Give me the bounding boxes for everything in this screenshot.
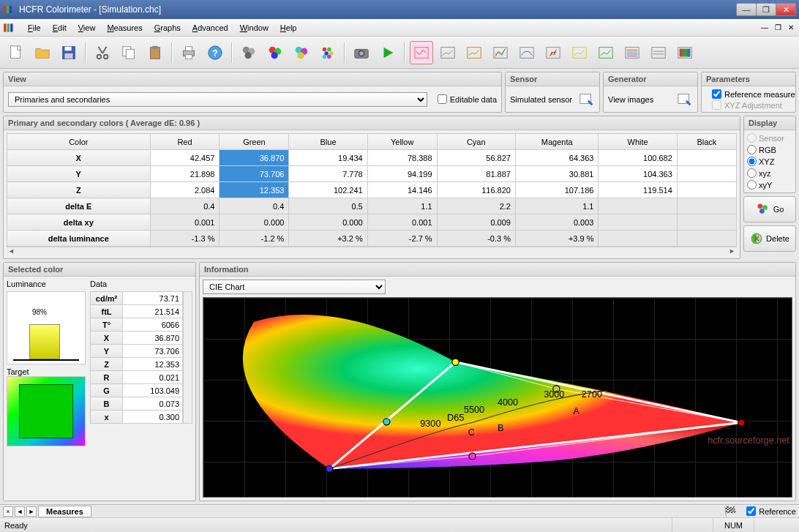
table-cell[interactable]: 0.4 bbox=[150, 198, 220, 214]
table-cell[interactable]: 116.820 bbox=[437, 182, 515, 198]
table-cell[interactable]: 56.827 bbox=[437, 150, 515, 166]
chart-btn-2[interactable] bbox=[436, 41, 459, 64]
row-header[interactable]: delta luminance bbox=[7, 231, 151, 247]
table-cell[interactable]: 94.199 bbox=[367, 166, 437, 182]
chart-btn-6[interactable] bbox=[541, 41, 565, 64]
table-cell[interactable]: -2.7 % bbox=[367, 231, 437, 247]
sc-cell[interactable]: 12.353 bbox=[123, 358, 183, 371]
gray-spheres-icon[interactable] bbox=[237, 41, 260, 64]
table-cell[interactable]: 81.887 bbox=[437, 166, 515, 182]
sc-cell[interactable]: x bbox=[91, 411, 123, 424]
col-header[interactable]: Black bbox=[677, 134, 736, 150]
col-header[interactable]: Magenta bbox=[515, 134, 599, 150]
sc-cell[interactable]: 0.021 bbox=[123, 371, 183, 384]
table-cell[interactable] bbox=[677, 214, 736, 231]
delete-button[interactable]: Delete bbox=[743, 225, 796, 252]
table-cell[interactable]: 0.009 bbox=[437, 214, 515, 231]
rgb-spheres-icon[interactable] bbox=[263, 41, 287, 64]
menu-view[interactable]: View bbox=[72, 22, 102, 34]
table-cell[interactable]: 0.000 bbox=[289, 214, 367, 231]
sensor-config-icon[interactable] bbox=[579, 91, 595, 108]
col-header[interactable]: White bbox=[599, 134, 677, 150]
menu-measures[interactable]: Measures bbox=[101, 22, 148, 34]
display-radio-xyz[interactable]: xyz bbox=[747, 168, 771, 178]
table-cell[interactable]: -0.3 % bbox=[437, 231, 515, 247]
table-cell[interactable]: 102.241 bbox=[289, 182, 367, 198]
go-button[interactable]: Go bbox=[743, 196, 796, 222]
menu-advanced[interactable]: Advanced bbox=[187, 22, 234, 34]
tab-close[interactable]: × bbox=[3, 506, 13, 517]
editable-data-checkbox[interactable]: Editable data bbox=[438, 94, 497, 104]
row-header[interactable]: delta E bbox=[7, 198, 151, 214]
all-spheres-icon[interactable] bbox=[316, 41, 340, 64]
table-cell[interactable] bbox=[599, 214, 677, 231]
table-cell[interactable]: +3.2 % bbox=[289, 231, 367, 247]
tab-prev[interactable]: ◄ bbox=[15, 506, 25, 517]
table-hscroll[interactable]: ◄► bbox=[7, 247, 737, 255]
sc-cell[interactable]: Y bbox=[91, 345, 123, 358]
table-cell[interactable]: 2.084 bbox=[150, 182, 220, 198]
table-cell[interactable]: 14.146 bbox=[367, 182, 437, 198]
copy-button[interactable] bbox=[117, 41, 140, 64]
new-button[interactable] bbox=[4, 41, 28, 64]
table-cell[interactable] bbox=[599, 198, 677, 214]
chart-btn-11[interactable] bbox=[673, 41, 697, 64]
table-cell[interactable] bbox=[677, 150, 736, 166]
minimize-button[interactable]: — bbox=[736, 3, 757, 16]
maximize-button[interactable]: ❐ bbox=[756, 3, 776, 16]
table-cell[interactable]: +3.9 % bbox=[515, 231, 599, 247]
table-cell[interactable]: 64.363 bbox=[515, 150, 599, 166]
selected-data-vscroll[interactable] bbox=[183, 291, 192, 424]
table-cell[interactable]: 0.001 bbox=[367, 214, 437, 231]
camera-button[interactable] bbox=[350, 41, 373, 64]
table-cell[interactable]: 2.2 bbox=[437, 198, 515, 214]
table-cell[interactable] bbox=[677, 182, 736, 198]
mdi-minimize[interactable]: — bbox=[759, 23, 770, 33]
selected-data-table[interactable]: cd/m²73.71ftL21.514T°6066X36.870Y73.706Z… bbox=[90, 291, 183, 424]
color-table[interactable]: ColorRedGreenBlueYellowCyanMagentaWhiteB… bbox=[7, 133, 737, 247]
info-dropdown[interactable]: CIE Chart bbox=[203, 280, 386, 294]
table-cell[interactable] bbox=[677, 166, 736, 182]
table-cell[interactable]: 30.881 bbox=[515, 166, 599, 182]
row-header[interactable]: Y bbox=[7, 166, 151, 182]
sc-cell[interactable]: 21.514 bbox=[123, 305, 183, 318]
print-button[interactable] bbox=[177, 41, 200, 64]
sc-cell[interactable]: T° bbox=[91, 318, 123, 331]
help-button[interactable]: ? bbox=[203, 41, 227, 64]
cut-button[interactable] bbox=[91, 41, 114, 64]
sc-cell[interactable]: 73.706 bbox=[123, 345, 183, 358]
table-cell[interactable]: 42.457 bbox=[150, 150, 220, 166]
menu-file[interactable]: File bbox=[22, 22, 47, 34]
sc-cell[interactable]: Z bbox=[91, 358, 123, 371]
mdi-close[interactable]: ✕ bbox=[786, 23, 796, 33]
sc-cell[interactable]: ftL bbox=[91, 305, 123, 318]
view-dropdown[interactable]: Primaries and secondaries bbox=[8, 92, 427, 107]
table-cell[interactable]: 78.388 bbox=[367, 150, 437, 166]
table-cell[interactable]: 21.898 bbox=[150, 166, 220, 182]
table-cell[interactable] bbox=[599, 231, 677, 247]
sc-cell[interactable]: B bbox=[91, 397, 123, 411]
table-cell[interactable]: 0.003 bbox=[515, 214, 599, 231]
tab-measures[interactable]: Measures bbox=[38, 506, 91, 517]
sc-cell[interactable]: 0.300 bbox=[123, 411, 183, 424]
sc-cell[interactable]: R bbox=[91, 371, 123, 384]
table-cell[interactable] bbox=[677, 231, 736, 247]
sc-cell[interactable]: 36.870 bbox=[123, 331, 183, 345]
chart-btn-3[interactable] bbox=[462, 41, 486, 64]
display-radio-xyz[interactable]: XYZ bbox=[747, 157, 774, 166]
sc-cell[interactable]: 6066 bbox=[123, 318, 183, 331]
open-button[interactable] bbox=[31, 41, 54, 64]
chart-btn-5[interactable] bbox=[515, 41, 539, 64]
table-cell[interactable]: 0.4 bbox=[220, 198, 289, 214]
table-cell[interactable]: 36.870 bbox=[220, 150, 289, 166]
table-cell[interactable]: -1.3 % bbox=[150, 231, 220, 247]
sc-cell[interactable]: G bbox=[91, 384, 123, 397]
table-cell[interactable] bbox=[677, 198, 736, 214]
row-header[interactable]: delta xy bbox=[7, 214, 151, 231]
reference-measure-checkbox[interactable]: Reference measure bbox=[712, 89, 795, 99]
table-cell[interactable]: 12.353 bbox=[220, 182, 289, 198]
display-radio-rgb[interactable]: RGB bbox=[747, 145, 776, 154]
close-button[interactable]: ✕ bbox=[776, 3, 796, 16]
generator-config-icon[interactable] bbox=[677, 91, 693, 108]
table-cell[interactable]: 119.514 bbox=[599, 182, 677, 198]
